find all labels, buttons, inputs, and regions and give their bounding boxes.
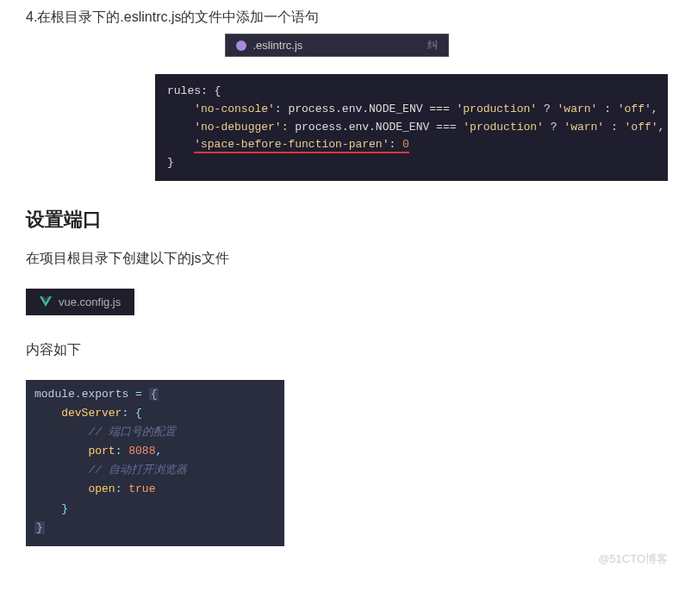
step-4-text: 4.在根目录下的.eslintrc.js的文件中添加一个语句 bbox=[26, 9, 647, 27]
file-icon bbox=[236, 40, 246, 51]
desc-create-js-file: 在项目根目录下创建以下的js文件 bbox=[26, 250, 647, 268]
vue-config-filename: vue.config.js bbox=[59, 296, 121, 308]
desc-content-below: 内容如下 bbox=[26, 341, 647, 359]
code-block-eslint-rules: rules: { 'no-console': process.env.NODE_… bbox=[155, 74, 668, 181]
eslint-tab-wrapper: .eslintrc.js 纠 bbox=[26, 34, 647, 57]
code-block-vue-config: module.exports = { devServer: { // 端口号的配… bbox=[26, 380, 284, 546]
watermark: @51CTO博客 bbox=[598, 551, 668, 567]
tab-right-text: 纠 bbox=[427, 38, 438, 53]
editor-tab-eslintrc: .eslintrc.js 纠 bbox=[225, 34, 449, 57]
heading-set-port: 设置端口 bbox=[26, 207, 647, 233]
editor-tab-vue-config: vue.config.js bbox=[26, 289, 134, 315]
tab-filename: .eslintrc.js bbox=[253, 39, 303, 52]
vue-icon bbox=[40, 296, 52, 308]
